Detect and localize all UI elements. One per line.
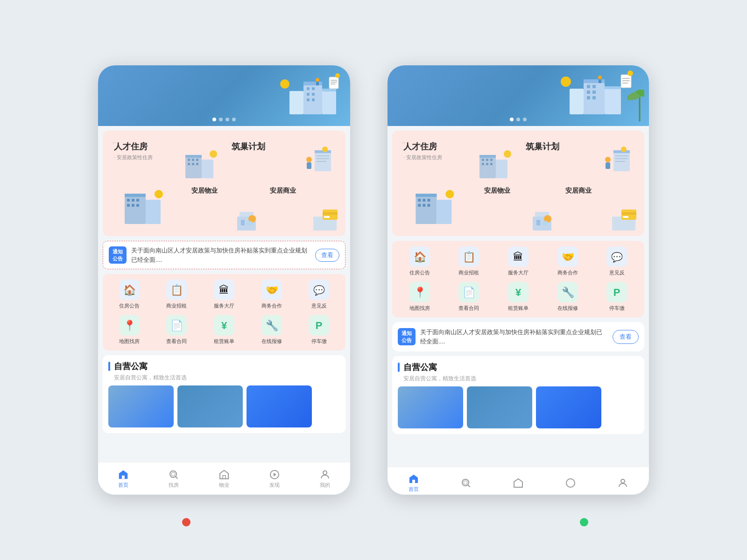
nav-discover-1[interactable]: 发现 bbox=[269, 469, 280, 489]
bottom-nav-1: 首页 找房 物业 发现 bbox=[98, 462, 350, 495]
icon-feedback-1[interactable]: 💬 意见反 bbox=[296, 280, 342, 309]
icon-repair-1[interactable]: 🔧 在线报修 bbox=[249, 315, 295, 345]
svg-rect-5 bbox=[289, 91, 303, 114]
icon-bill-2[interactable]: ¥ 租赁账单 bbox=[494, 282, 542, 312]
commercial-illus-1 bbox=[311, 205, 339, 231]
svg-text:🏠: 🏠 bbox=[123, 284, 136, 296]
nav-property-label-1: 物业 bbox=[219, 482, 229, 489]
self-card-3[interactable] bbox=[247, 385, 312, 427]
dot2-1 bbox=[510, 118, 514, 121]
self-card-2-1[interactable] bbox=[398, 386, 463, 428]
nav-find-1[interactable]: 找房 bbox=[168, 469, 179, 489]
notice-btn-2[interactable]: 查看 bbox=[613, 330, 639, 344]
card-talent-housing-2[interactable]: " 人才住房 · 安居政策性住房 bbox=[398, 136, 516, 178]
svg-rect-14 bbox=[316, 82, 319, 85]
svg-rect-164 bbox=[412, 480, 415, 483]
icon-service-hall-1[interactable]: 🏛 服务大厅 bbox=[201, 280, 247, 309]
icon-housing-bulletin-2[interactable]: 🏠 住房公告 bbox=[396, 246, 444, 276]
notice-badge-2: 通知 公告 bbox=[398, 328, 416, 345]
dot-2 bbox=[219, 118, 223, 121]
svg-rect-93 bbox=[592, 91, 596, 94]
svg-rect-21 bbox=[185, 155, 202, 158]
svg-line-80 bbox=[176, 476, 177, 478]
icon-commercial-rental-1[interactable]: 📋 商业招租 bbox=[154, 280, 200, 309]
card-property-1[interactable]: " 安居物业 bbox=[187, 182, 261, 231]
icon-contract-1[interactable]: 📄 查看合同 bbox=[154, 315, 200, 345]
icon-map-find-1[interactable]: 📍 地图找房 bbox=[106, 315, 152, 345]
icon-feedback-2[interactable]: 💬 意见反 bbox=[593, 246, 641, 276]
card-building-sm-2[interactable] bbox=[398, 182, 476, 231]
status-dot-2 bbox=[580, 518, 588, 526]
card-commercial-2[interactable]: " 安居商业 bbox=[561, 182, 639, 231]
self-subtitle-2: 安居自营公寓，精致生活首选 bbox=[403, 375, 639, 383]
card-commercial-1[interactable]: " 安居商业 bbox=[265, 182, 340, 231]
property-illus-2 bbox=[528, 205, 556, 231]
nav-property-1[interactable]: 物业 bbox=[218, 469, 230, 489]
pink-grid-bottom-1: " 安居物业 " 安居商业 bbox=[108, 182, 340, 231]
building-sm-illus-2 bbox=[402, 187, 471, 224]
nav-me-2[interactable] bbox=[617, 477, 628, 489]
banner-2 bbox=[388, 65, 649, 126]
nav-me-1[interactable]: 我的 bbox=[319, 469, 331, 489]
dot-4 bbox=[232, 118, 236, 121]
nav-discover-2[interactable] bbox=[565, 477, 576, 489]
svg-rect-87 bbox=[605, 86, 621, 114]
svg-rect-3 bbox=[322, 89, 336, 114]
nav-find-label-1: 找房 bbox=[169, 482, 179, 489]
svg-text:P: P bbox=[316, 320, 323, 331]
self-card-2-2[interactable] bbox=[467, 386, 532, 428]
nav-home-2[interactable]: 首页 bbox=[408, 473, 419, 493]
svg-point-134 bbox=[445, 190, 454, 198]
card-property-2[interactable]: " 安居物业 bbox=[479, 182, 557, 231]
nav-find-2[interactable] bbox=[460, 477, 472, 489]
nav-home-1[interactable]: 首页 bbox=[118, 469, 129, 489]
svg-point-47 bbox=[155, 190, 163, 198]
icon-parking-2[interactable]: P 停车缴 bbox=[593, 282, 641, 312]
icon-contract-2[interactable]: 📄 查看合同 bbox=[445, 282, 493, 312]
card-zhuchao-2[interactable]: " 筑巢计划 bbox=[520, 136, 639, 178]
svg-rect-112 bbox=[490, 159, 493, 161]
svg-point-37 bbox=[322, 147, 328, 152]
icon-service-hall-2[interactable]: 🏛 服务大厅 bbox=[494, 246, 542, 276]
svg-rect-109 bbox=[496, 160, 507, 178]
icon-business-coop-2[interactable]: 🤝 商务合作 bbox=[544, 246, 592, 276]
card-zhuchao-1[interactable]: " 筑巢计划 bbox=[226, 136, 340, 178]
svg-point-97 bbox=[598, 76, 602, 79]
icon-bill-1[interactable]: ¥ 租赁账单 bbox=[201, 315, 247, 345]
svg-rect-6 bbox=[307, 87, 310, 90]
svg-rect-43 bbox=[136, 199, 139, 202]
icon-label-repair-1: 在线报修 bbox=[261, 338, 282, 345]
parking-icon-1: P bbox=[309, 315, 329, 336]
svg-rect-127 bbox=[437, 200, 451, 224]
feedback-icon-1: 💬 bbox=[309, 280, 329, 300]
svg-rect-86 bbox=[584, 79, 605, 83]
dot-1 bbox=[212, 118, 216, 121]
svg-rect-91 bbox=[592, 85, 596, 88]
dot-3 bbox=[226, 118, 229, 121]
svg-rect-42 bbox=[132, 199, 134, 202]
icon-housing-bulletin-1[interactable]: 🏠 住房公告 bbox=[106, 280, 152, 309]
dot2-3 bbox=[523, 118, 527, 121]
icon-business-coop-1[interactable]: 🤝 商务合作 bbox=[249, 280, 295, 309]
notice-btn-1[interactable]: 查看 bbox=[315, 249, 339, 262]
svg-text:💬: 💬 bbox=[611, 252, 623, 263]
svg-rect-28 bbox=[196, 163, 198, 165]
nav-property-2[interactable] bbox=[513, 477, 524, 489]
svg-point-12 bbox=[280, 79, 289, 89]
svg-rect-114 bbox=[486, 163, 488, 165]
card-building-sm-1[interactable] bbox=[108, 182, 183, 231]
svg-rect-56 bbox=[324, 216, 330, 218]
icon-commercial-rental-2[interactable]: 📋 商业招租 bbox=[445, 246, 493, 276]
card-property-title-1: 安居物业 bbox=[191, 187, 257, 195]
icon-parking-1[interactable]: P 停车缴 bbox=[296, 315, 342, 345]
icon-repair-2[interactable]: 🔧 在线报修 bbox=[544, 282, 592, 312]
icon-map-find-2[interactable]: 📍 地图找房 bbox=[396, 282, 444, 312]
self-card-2-3[interactable] bbox=[536, 386, 601, 428]
map-find-icon-1: 📍 bbox=[119, 315, 140, 336]
self-card-2[interactable] bbox=[177, 385, 243, 427]
self-subtitle-1: 安居自营公寓，精致生活首选 bbox=[114, 374, 340, 382]
svg-text:📋: 📋 bbox=[463, 251, 476, 263]
card-talent-housing-1[interactable]: " 人才住房 · 安居政策性住房 bbox=[108, 136, 222, 178]
self-card-1[interactable] bbox=[108, 385, 174, 427]
svg-point-13 bbox=[316, 78, 319, 82]
